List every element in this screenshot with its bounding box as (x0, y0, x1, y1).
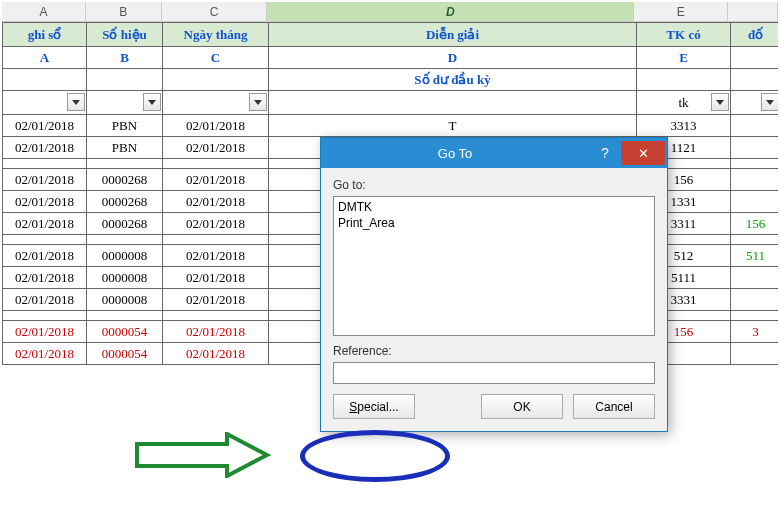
col-letter-e[interactable]: E (634, 2, 728, 21)
subheader-text[interactable]: Số dư đầu kỳ (269, 69, 637, 91)
cell[interactable]: 02/01/2018 (3, 137, 87, 159)
list-item[interactable]: DMTK (338, 199, 650, 215)
cell[interactable] (731, 191, 781, 213)
cell[interactable]: 02/01/2018 (163, 169, 269, 191)
col-letter-d[interactable]: D (267, 2, 634, 21)
cell[interactable]: 02/01/2018 (163, 267, 269, 289)
filter-row: tk (3, 91, 781, 115)
filter-c[interactable] (163, 91, 269, 115)
filter-e[interactable]: tk (637, 91, 731, 115)
cell[interactable]: 02/01/2018 (3, 191, 87, 213)
cell[interactable]: 02/01/2018 (3, 267, 87, 289)
goto-listbox[interactable]: DMTK Print_Area (333, 196, 655, 336)
hdr2-b[interactable]: B (87, 47, 163, 69)
filter-f[interactable] (731, 91, 781, 115)
help-icon[interactable]: ? (589, 145, 621, 161)
filter-a[interactable] (3, 91, 87, 115)
col-letter-b[interactable]: B (86, 2, 162, 21)
cell[interactable]: 0000008 (87, 267, 163, 289)
filter-b[interactable] (87, 91, 163, 115)
hdr-ghi-so[interactable]: ghi sổ (3, 23, 87, 47)
cell[interactable]: 02/01/2018 (163, 245, 269, 267)
cell[interactable]: 0000054 (87, 321, 163, 343)
cell[interactable] (731, 137, 781, 159)
cell[interactable]: 02/01/2018 (3, 213, 87, 235)
cell[interactable]: 0000054 (87, 343, 163, 365)
cancel-button[interactable]: Cancel (573, 394, 655, 419)
cell[interactable]: PBN (87, 115, 163, 137)
cell[interactable]: 02/01/2018 (163, 191, 269, 213)
filter-dropdown-icon[interactable] (711, 93, 729, 111)
cell[interactable]: 3313 (637, 115, 731, 137)
hdr2-e[interactable]: E (637, 47, 731, 69)
cell[interactable]: 156 (731, 213, 781, 235)
close-icon[interactable]: ✕ (621, 141, 665, 165)
cell[interactable]: PBN (87, 137, 163, 159)
cell[interactable]: 0000268 (87, 213, 163, 235)
col-letter-c[interactable]: C (162, 2, 268, 21)
filter-dropdown-icon[interactable] (67, 93, 85, 111)
col-letter-a[interactable]: A (2, 2, 86, 21)
hdr-do[interactable]: đố (731, 23, 781, 47)
reference-input[interactable] (333, 362, 655, 384)
cell[interactable]: 0000268 (87, 191, 163, 213)
cell[interactable] (731, 169, 781, 191)
cell[interactable] (731, 289, 781, 311)
special-button[interactable]: Special... (333, 394, 415, 419)
cell[interactable]: 0000268 (87, 169, 163, 191)
dialog-body: Go to: DMTK Print_Area Reference: Specia… (321, 168, 667, 431)
cell[interactable]: 02/01/2018 (163, 289, 269, 311)
filter-dropdown-icon[interactable] (249, 93, 267, 111)
cell[interactable]: 02/01/2018 (163, 213, 269, 235)
cell[interactable]: T (269, 115, 637, 137)
cell[interactable]: 0000008 (87, 289, 163, 311)
filter-tk-label: tk (678, 95, 688, 110)
dialog-button-row: Special... OK Cancel (333, 394, 655, 419)
cell[interactable]: 02/01/2018 (163, 115, 269, 137)
filter-dropdown-icon[interactable] (761, 93, 779, 111)
goto-dialog: Go To ? ✕ Go to: DMTK Print_Area Referen… (320, 137, 668, 432)
filter-dropdown-icon[interactable] (143, 93, 161, 111)
cell[interactable]: 511 (731, 245, 781, 267)
subheader-row: Số dư đầu kỳ (3, 69, 781, 91)
hdr-dien-giai[interactable]: Diễn giải (269, 23, 637, 47)
cell[interactable]: 02/01/2018 (3, 321, 87, 343)
cell[interactable] (731, 267, 781, 289)
svg-marker-0 (137, 434, 267, 476)
reference-label: Reference: (333, 344, 655, 358)
header-row-2: A B C D E (3, 47, 781, 69)
hdr2-a[interactable]: A (3, 47, 87, 69)
cell[interactable]: 02/01/2018 (3, 343, 87, 365)
hdr2-f[interactable] (731, 47, 781, 69)
cell[interactable] (731, 343, 781, 365)
dialog-title: Go To (321, 146, 589, 161)
annotation-arrow (132, 432, 272, 478)
dialog-titlebar[interactable]: Go To ? ✕ (321, 138, 667, 168)
table-row: 02/01/2018PBN02/01/2018T3313 (3, 115, 781, 137)
hdr-so-hieu[interactable]: Số hiệu (87, 23, 163, 47)
hdr2-d[interactable]: D (269, 47, 637, 69)
cell[interactable]: 02/01/2018 (3, 289, 87, 311)
annotation-ellipse (300, 430, 450, 482)
cell[interactable]: 02/01/2018 (163, 137, 269, 159)
cell[interactable]: 02/01/2018 (163, 321, 269, 343)
list-item[interactable]: Print_Area (338, 215, 650, 231)
hdr-ngay-thang[interactable]: Ngày tháng (163, 23, 269, 47)
goto-label: Go to: (333, 178, 655, 192)
cell[interactable] (731, 115, 781, 137)
filter-d[interactable] (269, 91, 637, 115)
hdr2-c[interactable]: C (163, 47, 269, 69)
hdr-tk-co[interactable]: TK có (637, 23, 731, 47)
header-row-1: ghi sổ Số hiệu Ngày tháng Diễn giải TK c… (3, 23, 781, 47)
cell[interactable]: 02/01/2018 (3, 245, 87, 267)
cell[interactable]: 02/01/2018 (3, 115, 87, 137)
column-letter-bar: A B C D E (2, 2, 778, 22)
cell[interactable]: 0000008 (87, 245, 163, 267)
ok-button[interactable]: OK (481, 394, 563, 419)
col-letter-f[interactable] (728, 2, 778, 21)
cell[interactable]: 02/01/2018 (163, 343, 269, 365)
cell[interactable]: 02/01/2018 (3, 169, 87, 191)
cell[interactable]: 3 (731, 321, 781, 343)
